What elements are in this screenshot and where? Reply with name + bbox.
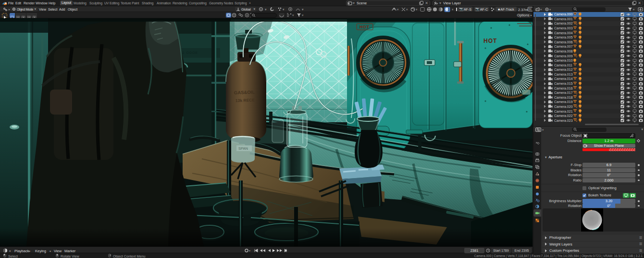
svg-text:▾: ▾ <box>302 8 304 11</box>
svg-text:2: 2 <box>576 41 578 44</box>
svg-text:2: 2 <box>576 106 578 108</box>
svg-text:SPAN: SPAN <box>238 146 248 151</box>
svg-text:▾: ▾ <box>265 8 267 11</box>
svg-text:▾: ▾ <box>406 8 408 11</box>
svg-text:GAS&OIL: GAS&OIL <box>234 89 255 95</box>
svg-text:▾: ▾ <box>249 249 250 252</box>
svg-text:2: 2 <box>576 23 578 26</box>
svg-text:13k RECE: 13k RECE <box>235 98 255 103</box>
svg-text:▾: ▾ <box>416 8 418 11</box>
svg-text:50: 50 <box>529 8 532 11</box>
svg-text:2: 2 <box>576 55 578 58</box>
svg-text:▾: ▾ <box>633 8 635 11</box>
svg-text:▾: ▾ <box>302 13 304 17</box>
svg-text:HOT: HOT <box>483 38 497 44</box>
svg-text:2: 2 <box>576 92 578 95</box>
svg-text:▾: ▾ <box>292 13 294 17</box>
svg-text:HOT: HOT <box>359 25 370 29</box>
svg-text:▾: ▾ <box>9 249 11 252</box>
svg-text:2: 2 <box>576 120 578 122</box>
svg-text:▾: ▾ <box>452 8 454 11</box>
svg-text:▾: ▾ <box>283 8 285 11</box>
svg-text:▾: ▾ <box>397 8 399 11</box>
svg-text:▾: ▾ <box>549 8 551 11</box>
svg-text:▾: ▾ <box>542 128 544 131</box>
svg-text:▾: ▾ <box>540 8 542 11</box>
